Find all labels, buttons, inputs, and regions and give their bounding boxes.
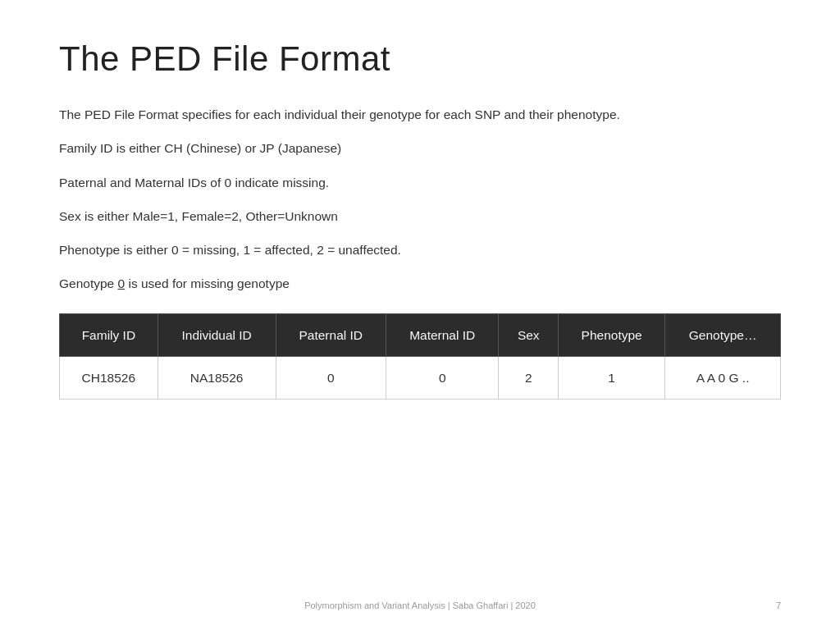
paragraph-1: The PED File Format specifies for each i… xyxy=(59,105,781,124)
footer-text: Polymorphism and Variant Analysis | Saba… xyxy=(0,600,840,610)
paragraph-6: Genotype 0 is used for missing genotype xyxy=(59,274,781,293)
header-row: Family ID Individual ID Paternal ID Mate… xyxy=(60,313,781,356)
col-family-id: Family ID xyxy=(60,313,158,356)
col-sex: Sex xyxy=(499,313,559,356)
genotype-zero: 0 xyxy=(118,276,126,290)
table-row: CH18526 NA18526 0 0 2 1 A A 0 G .. xyxy=(60,356,781,399)
genotype-label: Genotype xyxy=(59,276,114,290)
col-paternal-id: Paternal ID xyxy=(276,313,386,356)
cell-family-id: CH18526 xyxy=(60,356,158,399)
footer-page: 7 xyxy=(776,600,781,610)
col-individual-id: Individual ID xyxy=(158,313,276,356)
slide-body: The PED File Format specifies for each i… xyxy=(59,105,781,399)
cell-individual-id: NA18526 xyxy=(158,356,276,399)
ped-table: Family ID Individual ID Paternal ID Mate… xyxy=(59,313,781,400)
paragraph-2: Family ID is either CH (Chinese) or JP (… xyxy=(59,139,781,158)
paragraph-5: Phenotype is either 0 = missing, 1 = aff… xyxy=(59,240,781,259)
cell-paternal-id: 0 xyxy=(276,356,386,399)
cell-sex: 2 xyxy=(499,356,559,399)
paragraph-4: Sex is either Male=1, Female=2, Other=Un… xyxy=(59,207,781,226)
genotype-suffix: is used for missing genotype xyxy=(125,276,290,290)
table-header: Family ID Individual ID Paternal ID Mate… xyxy=(60,313,781,356)
cell-genotype: A A 0 G .. xyxy=(665,356,781,399)
slide-container: The PED File Format The PED File Format … xyxy=(0,0,840,630)
col-maternal-id: Maternal ID xyxy=(386,313,499,356)
slide-title: The PED File Format xyxy=(59,39,781,79)
col-genotype: Genotype… xyxy=(665,313,781,356)
cell-phenotype: 1 xyxy=(559,356,665,399)
paragraph-3: Paternal and Maternal IDs of 0 indicate … xyxy=(59,173,781,192)
cell-maternal-id: 0 xyxy=(386,356,499,399)
ped-table-wrapper: Family ID Individual ID Paternal ID Mate… xyxy=(59,313,781,400)
table-body: CH18526 NA18526 0 0 2 1 A A 0 G .. xyxy=(60,356,781,399)
col-phenotype: Phenotype xyxy=(559,313,665,356)
